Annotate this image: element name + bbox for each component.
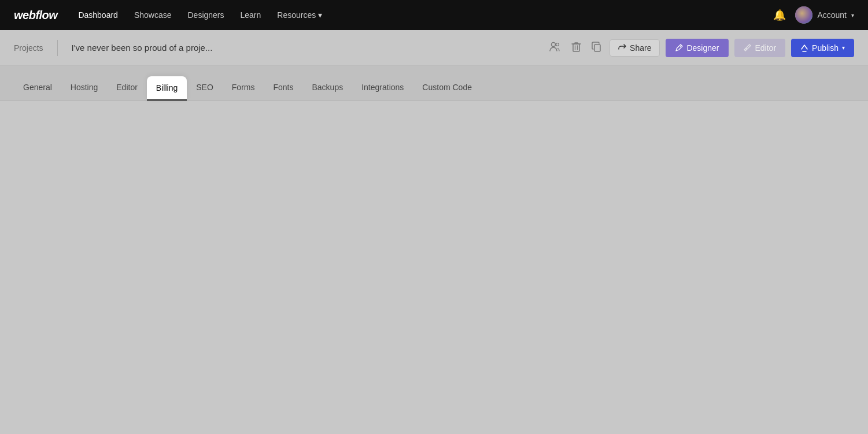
tab-hosting[interactable]: Hosting <box>61 76 107 100</box>
tab-general[interactable]: General <box>14 76 61 100</box>
avatar-image <box>795 6 812 24</box>
chevron-down-icon: ▾ <box>318 10 322 20</box>
tab-billing[interactable]: Billing <box>147 76 187 101</box>
collaborators-icon[interactable] <box>547 39 563 57</box>
duplicate-icon[interactable] <box>589 39 604 57</box>
svg-rect-5 <box>594 44 600 51</box>
nav-showcase[interactable]: Showcase <box>134 10 172 20</box>
nav-designers[interactable]: Designers <box>187 10 224 20</box>
tab-forms[interactable]: Forms <box>223 76 264 100</box>
top-nav: webflow Dashboard Showcase Designers Lea… <box>0 0 868 30</box>
nav-dashboard[interactable]: Dashboard <box>78 10 118 20</box>
logo[interactable]: webflow <box>14 9 57 22</box>
notification-icon[interactable]: 🔔 <box>773 9 786 21</box>
publish-button[interactable]: Publish ▾ <box>791 39 854 57</box>
tab-seo[interactable]: SEO <box>187 76 223 100</box>
svg-point-6 <box>680 46 681 47</box>
delete-icon[interactable] <box>569 39 583 57</box>
nav-learn[interactable]: Learn <box>241 10 261 20</box>
svg-rect-2 <box>573 44 579 51</box>
tabs-bar: General Hosting Editor Billing SEO Forms… <box>0 66 868 101</box>
tab-custom-code[interactable]: Custom Code <box>413 76 481 100</box>
project-actions: Share Designer Editor <box>547 39 854 57</box>
account-button[interactable]: Account ▾ <box>795 6 854 24</box>
share-button[interactable]: Share <box>610 39 660 57</box>
avatar <box>795 6 812 24</box>
project-name: I've never been so proud of a proje... <box>72 43 538 53</box>
project-bar: Projects I've never been so proud of a p… <box>0 30 868 66</box>
designer-button[interactable]: Designer <box>666 39 728 57</box>
divider <box>57 40 58 56</box>
svg-point-1 <box>556 43 559 46</box>
nav-right: 🔔 Account ▾ <box>773 6 854 24</box>
nav-resources[interactable]: Resources ▾ <box>277 10 322 20</box>
content-area <box>0 101 868 434</box>
tab-backups[interactable]: Backups <box>302 76 352 100</box>
account-label: Account <box>817 10 847 20</box>
publish-chevron-icon: ▾ <box>842 44 845 51</box>
tab-fonts[interactable]: Fonts <box>264 76 302 100</box>
tab-editor-settings[interactable]: Editor <box>107 76 147 100</box>
projects-label[interactable]: Projects <box>14 43 43 53</box>
svg-point-0 <box>552 42 556 46</box>
page-wrapper: webflow Dashboard Showcase Designers Lea… <box>0 0 868 434</box>
tab-integrations[interactable]: Integrations <box>352 76 413 100</box>
editor-button[interactable]: Editor <box>734 39 786 57</box>
account-chevron-icon: ▾ <box>851 12 854 18</box>
